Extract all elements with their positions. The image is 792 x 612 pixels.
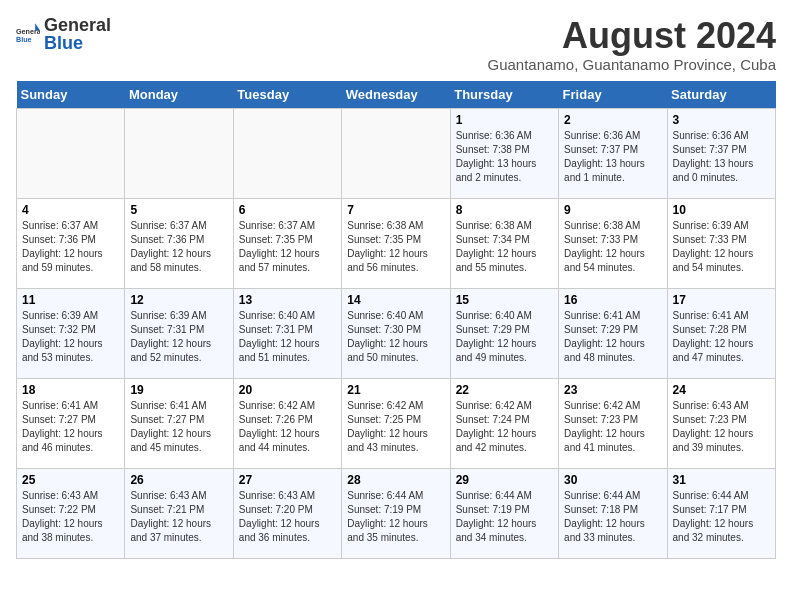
day-number: 23 bbox=[564, 383, 661, 397]
day-info: Sunrise: 6:42 AM Sunset: 7:25 PM Dayligh… bbox=[347, 399, 444, 455]
day-number: 1 bbox=[456, 113, 553, 127]
calendar-cell: 20Sunrise: 6:42 AM Sunset: 7:26 PM Dayli… bbox=[233, 378, 341, 468]
logo-icon: General Blue bbox=[16, 22, 40, 46]
location-subtitle: Guantanamo, Guantanamo Province, Cuba bbox=[487, 56, 776, 73]
day-info: Sunrise: 6:44 AM Sunset: 7:19 PM Dayligh… bbox=[456, 489, 553, 545]
calendar-cell: 1Sunrise: 6:36 AM Sunset: 7:38 PM Daylig… bbox=[450, 108, 558, 198]
svg-text:Blue: Blue bbox=[16, 35, 32, 44]
calendar-cell: 21Sunrise: 6:42 AM Sunset: 7:25 PM Dayli… bbox=[342, 378, 450, 468]
day-number: 16 bbox=[564, 293, 661, 307]
calendar-cell: 15Sunrise: 6:40 AM Sunset: 7:29 PM Dayli… bbox=[450, 288, 558, 378]
day-info: Sunrise: 6:44 AM Sunset: 7:19 PM Dayligh… bbox=[347, 489, 444, 545]
logo: General Blue General Blue bbox=[16, 16, 111, 52]
weekday-header-thursday: Thursday bbox=[450, 81, 558, 109]
day-info: Sunrise: 6:43 AM Sunset: 7:21 PM Dayligh… bbox=[130, 489, 227, 545]
day-info: Sunrise: 6:43 AM Sunset: 7:23 PM Dayligh… bbox=[673, 399, 770, 455]
calendar-cell: 14Sunrise: 6:40 AM Sunset: 7:30 PM Dayli… bbox=[342, 288, 450, 378]
day-info: Sunrise: 6:38 AM Sunset: 7:34 PM Dayligh… bbox=[456, 219, 553, 275]
logo-text-general: General bbox=[44, 16, 111, 34]
day-info: Sunrise: 6:40 AM Sunset: 7:30 PM Dayligh… bbox=[347, 309, 444, 365]
calendar-cell bbox=[342, 108, 450, 198]
day-info: Sunrise: 6:43 AM Sunset: 7:22 PM Dayligh… bbox=[22, 489, 119, 545]
day-info: Sunrise: 6:39 AM Sunset: 7:33 PM Dayligh… bbox=[673, 219, 770, 275]
day-number: 4 bbox=[22, 203, 119, 217]
day-info: Sunrise: 6:38 AM Sunset: 7:35 PM Dayligh… bbox=[347, 219, 444, 275]
day-info: Sunrise: 6:40 AM Sunset: 7:29 PM Dayligh… bbox=[456, 309, 553, 365]
calendar-cell: 16Sunrise: 6:41 AM Sunset: 7:29 PM Dayli… bbox=[559, 288, 667, 378]
calendar-cell: 25Sunrise: 6:43 AM Sunset: 7:22 PM Dayli… bbox=[17, 468, 125, 558]
calendar-cell bbox=[17, 108, 125, 198]
calendar-cell: 29Sunrise: 6:44 AM Sunset: 7:19 PM Dayli… bbox=[450, 468, 558, 558]
calendar-cell: 11Sunrise: 6:39 AM Sunset: 7:32 PM Dayli… bbox=[17, 288, 125, 378]
day-number: 6 bbox=[239, 203, 336, 217]
day-info: Sunrise: 6:41 AM Sunset: 7:28 PM Dayligh… bbox=[673, 309, 770, 365]
calendar-cell: 22Sunrise: 6:42 AM Sunset: 7:24 PM Dayli… bbox=[450, 378, 558, 468]
calendar-cell: 26Sunrise: 6:43 AM Sunset: 7:21 PM Dayli… bbox=[125, 468, 233, 558]
day-number: 15 bbox=[456, 293, 553, 307]
weekday-header-saturday: Saturday bbox=[667, 81, 775, 109]
calendar-cell: 6Sunrise: 6:37 AM Sunset: 7:35 PM Daylig… bbox=[233, 198, 341, 288]
day-info: Sunrise: 6:36 AM Sunset: 7:38 PM Dayligh… bbox=[456, 129, 553, 185]
day-info: Sunrise: 6:37 AM Sunset: 7:35 PM Dayligh… bbox=[239, 219, 336, 275]
calendar-cell bbox=[125, 108, 233, 198]
weekday-header-monday: Monday bbox=[125, 81, 233, 109]
day-number: 10 bbox=[673, 203, 770, 217]
calendar-cell: 2Sunrise: 6:36 AM Sunset: 7:37 PM Daylig… bbox=[559, 108, 667, 198]
calendar-cell: 30Sunrise: 6:44 AM Sunset: 7:18 PM Dayli… bbox=[559, 468, 667, 558]
week-row-4: 18Sunrise: 6:41 AM Sunset: 7:27 PM Dayli… bbox=[17, 378, 776, 468]
day-number: 26 bbox=[130, 473, 227, 487]
day-number: 9 bbox=[564, 203, 661, 217]
day-number: 13 bbox=[239, 293, 336, 307]
day-info: Sunrise: 6:42 AM Sunset: 7:23 PM Dayligh… bbox=[564, 399, 661, 455]
weekday-header-sunday: Sunday bbox=[17, 81, 125, 109]
day-number: 21 bbox=[347, 383, 444, 397]
calendar-cell: 13Sunrise: 6:40 AM Sunset: 7:31 PM Dayli… bbox=[233, 288, 341, 378]
calendar-cell: 3Sunrise: 6:36 AM Sunset: 7:37 PM Daylig… bbox=[667, 108, 775, 198]
day-info: Sunrise: 6:38 AM Sunset: 7:33 PM Dayligh… bbox=[564, 219, 661, 275]
header: General Blue General Blue August 2024 Gu… bbox=[16, 16, 776, 73]
week-row-3: 11Sunrise: 6:39 AM Sunset: 7:32 PM Dayli… bbox=[17, 288, 776, 378]
day-info: Sunrise: 6:41 AM Sunset: 7:27 PM Dayligh… bbox=[130, 399, 227, 455]
calendar-cell: 4Sunrise: 6:37 AM Sunset: 7:36 PM Daylig… bbox=[17, 198, 125, 288]
calendar-cell bbox=[233, 108, 341, 198]
day-info: Sunrise: 6:44 AM Sunset: 7:18 PM Dayligh… bbox=[564, 489, 661, 545]
calendar-header: SundayMondayTuesdayWednesdayThursdayFrid… bbox=[17, 81, 776, 109]
calendar-cell: 10Sunrise: 6:39 AM Sunset: 7:33 PM Dayli… bbox=[667, 198, 775, 288]
calendar-cell: 5Sunrise: 6:37 AM Sunset: 7:36 PM Daylig… bbox=[125, 198, 233, 288]
calendar-cell: 12Sunrise: 6:39 AM Sunset: 7:31 PM Dayli… bbox=[125, 288, 233, 378]
day-number: 2 bbox=[564, 113, 661, 127]
calendar-cell: 31Sunrise: 6:44 AM Sunset: 7:17 PM Dayli… bbox=[667, 468, 775, 558]
day-info: Sunrise: 6:37 AM Sunset: 7:36 PM Dayligh… bbox=[22, 219, 119, 275]
title-area: August 2024 Guantanamo, Guantanamo Provi… bbox=[487, 16, 776, 73]
day-info: Sunrise: 6:36 AM Sunset: 7:37 PM Dayligh… bbox=[564, 129, 661, 185]
day-number: 19 bbox=[130, 383, 227, 397]
day-info: Sunrise: 6:37 AM Sunset: 7:36 PM Dayligh… bbox=[130, 219, 227, 275]
day-number: 28 bbox=[347, 473, 444, 487]
weekday-header-wednesday: Wednesday bbox=[342, 81, 450, 109]
week-row-1: 1Sunrise: 6:36 AM Sunset: 7:38 PM Daylig… bbox=[17, 108, 776, 198]
weekday-row: SundayMondayTuesdayWednesdayThursdayFrid… bbox=[17, 81, 776, 109]
day-info: Sunrise: 6:43 AM Sunset: 7:20 PM Dayligh… bbox=[239, 489, 336, 545]
day-info: Sunrise: 6:42 AM Sunset: 7:24 PM Dayligh… bbox=[456, 399, 553, 455]
week-row-2: 4Sunrise: 6:37 AM Sunset: 7:36 PM Daylig… bbox=[17, 198, 776, 288]
day-number: 20 bbox=[239, 383, 336, 397]
week-row-5: 25Sunrise: 6:43 AM Sunset: 7:22 PM Dayli… bbox=[17, 468, 776, 558]
day-number: 22 bbox=[456, 383, 553, 397]
calendar-body: 1Sunrise: 6:36 AM Sunset: 7:38 PM Daylig… bbox=[17, 108, 776, 558]
day-info: Sunrise: 6:39 AM Sunset: 7:31 PM Dayligh… bbox=[130, 309, 227, 365]
logo-text-blue: Blue bbox=[44, 34, 111, 52]
day-number: 30 bbox=[564, 473, 661, 487]
weekday-header-tuesday: Tuesday bbox=[233, 81, 341, 109]
day-info: Sunrise: 6:41 AM Sunset: 7:29 PM Dayligh… bbox=[564, 309, 661, 365]
day-number: 8 bbox=[456, 203, 553, 217]
calendar-table: SundayMondayTuesdayWednesdayThursdayFrid… bbox=[16, 81, 776, 559]
day-number: 29 bbox=[456, 473, 553, 487]
day-number: 11 bbox=[22, 293, 119, 307]
calendar-cell: 7Sunrise: 6:38 AM Sunset: 7:35 PM Daylig… bbox=[342, 198, 450, 288]
day-info: Sunrise: 6:36 AM Sunset: 7:37 PM Dayligh… bbox=[673, 129, 770, 185]
calendar-cell: 9Sunrise: 6:38 AM Sunset: 7:33 PM Daylig… bbox=[559, 198, 667, 288]
day-number: 7 bbox=[347, 203, 444, 217]
day-info: Sunrise: 6:40 AM Sunset: 7:31 PM Dayligh… bbox=[239, 309, 336, 365]
day-number: 24 bbox=[673, 383, 770, 397]
calendar-cell: 17Sunrise: 6:41 AM Sunset: 7:28 PM Dayli… bbox=[667, 288, 775, 378]
